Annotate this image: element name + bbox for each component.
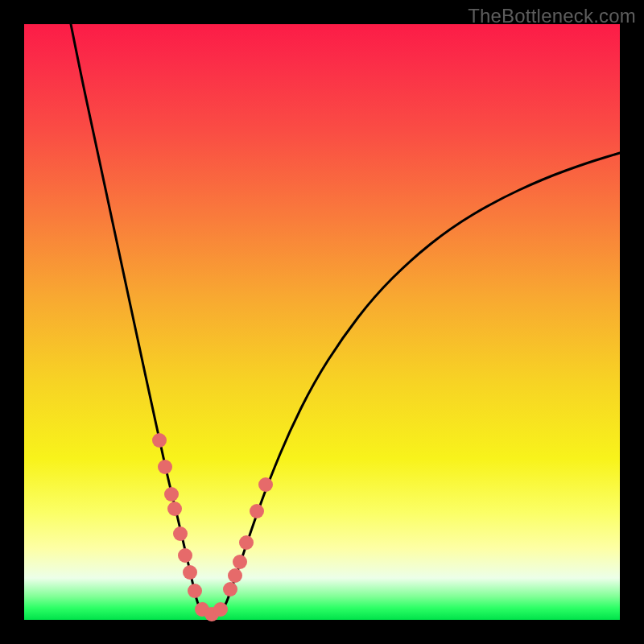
data-point [223,582,237,597]
data-point [178,548,192,563]
data-point [158,460,172,474]
data-point [164,487,179,502]
data-point [250,504,264,518]
data-point [228,568,242,583]
data-point [233,555,247,569]
plot-area [24,24,620,620]
data-point [183,565,197,580]
curve-svg [24,24,620,620]
data-point [188,584,202,598]
bottleneck-curve [71,24,620,614]
data-markers [152,433,273,621]
bottleneck-curve-path [71,24,620,614]
data-point [213,602,228,617]
chart-stage: TheBottleneck.com [0,0,644,644]
data-point [152,433,167,448]
data-point [239,535,254,550]
data-point [258,477,273,492]
data-point [173,526,188,541]
data-point [167,502,182,516]
